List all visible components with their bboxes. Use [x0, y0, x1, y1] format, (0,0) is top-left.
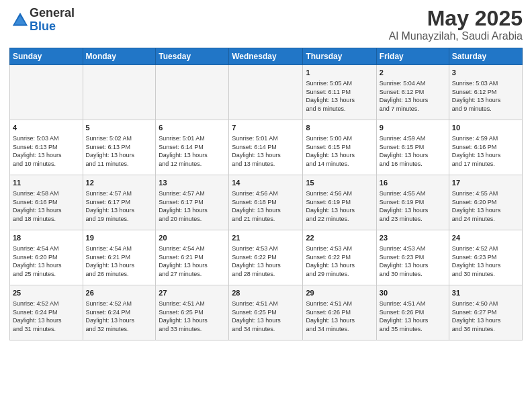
- day-number: 16: [380, 178, 446, 188]
- day-number: 17: [452, 178, 519, 188]
- calendar-cell: 6Sunrise: 5:01 AM Sunset: 6:14 PM Daylig…: [156, 120, 229, 175]
- calendar-cell: 8Sunrise: 5:00 AM Sunset: 6:15 PM Daylig…: [303, 120, 376, 175]
- col-wednesday: Wednesday: [229, 48, 303, 65]
- day-number: 8: [306, 123, 373, 133]
- day-number: 22: [306, 233, 373, 243]
- day-number: 23: [380, 233, 446, 243]
- calendar-cell: 20Sunrise: 4:54 AM Sunset: 6:21 PM Dayli…: [156, 230, 229, 285]
- day-info: Sunrise: 4:51 AM Sunset: 6:25 PM Dayligh…: [159, 300, 226, 333]
- header: General Blue May 2025 Al Munayzilah, Sau…: [9, 7, 523, 42]
- day-number: 2: [380, 68, 446, 78]
- calendar-cell: 23Sunrise: 4:53 AM Sunset: 6:23 PM Dayli…: [376, 230, 449, 285]
- day-number: 30: [380, 288, 446, 298]
- day-number: 25: [13, 288, 80, 298]
- day-number: 10: [452, 123, 519, 133]
- calendar-week-4: 25Sunrise: 4:52 AM Sunset: 6:24 PM Dayli…: [10, 285, 523, 340]
- calendar-cell: 7Sunrise: 5:01 AM Sunset: 6:14 PM Daylig…: [229, 120, 303, 175]
- calendar-cell: 31Sunrise: 4:50 AM Sunset: 6:27 PM Dayli…: [449, 285, 522, 340]
- day-info: Sunrise: 5:03 AM Sunset: 6:13 PM Dayligh…: [13, 134, 80, 168]
- calendar-cell: [10, 65, 83, 120]
- calendar-cell: [229, 65, 303, 120]
- day-info: Sunrise: 5:04 AM Sunset: 6:12 PM Dayligh…: [380, 79, 446, 113]
- day-info: Sunrise: 4:51 AM Sunset: 6:26 PM Dayligh…: [306, 300, 373, 333]
- calendar-cell: 21Sunrise: 4:53 AM Sunset: 6:22 PM Dayli…: [229, 230, 303, 285]
- day-number: 15: [306, 178, 373, 188]
- title-area: May 2025 Al Munayzilah, Saudi Arabia: [389, 7, 523, 42]
- day-number: 9: [380, 123, 446, 133]
- day-info: Sunrise: 4:57 AM Sunset: 6:17 PM Dayligh…: [86, 189, 153, 223]
- day-number: 11: [13, 178, 80, 188]
- day-info: Sunrise: 4:56 AM Sunset: 6:18 PM Dayligh…: [232, 189, 300, 223]
- day-number: 21: [232, 233, 300, 243]
- day-info: Sunrise: 4:54 AM Sunset: 6:21 PM Dayligh…: [159, 244, 226, 278]
- day-number: 13: [159, 178, 226, 188]
- day-number: 24: [452, 233, 519, 243]
- calendar-cell: 28Sunrise: 4:51 AM Sunset: 6:25 PM Dayli…: [229, 285, 303, 340]
- calendar-cell: 10Sunrise: 4:59 AM Sunset: 6:16 PM Dayli…: [449, 120, 522, 175]
- day-number: 12: [86, 178, 153, 188]
- day-info: Sunrise: 4:53 AM Sunset: 6:23 PM Dayligh…: [380, 244, 446, 278]
- calendar-cell: [156, 65, 229, 120]
- day-number: 29: [306, 288, 373, 298]
- day-info: Sunrise: 4:57 AM Sunset: 6:17 PM Dayligh…: [159, 189, 226, 223]
- day-number: 31: [452, 288, 519, 298]
- calendar-week-2: 11Sunrise: 4:58 AM Sunset: 6:16 PM Dayli…: [10, 175, 523, 230]
- page: General Blue May 2025 Al Munayzilah, Sau…: [0, 0, 532, 411]
- day-info: Sunrise: 4:56 AM Sunset: 6:19 PM Dayligh…: [306, 189, 373, 223]
- logo-blue: Blue: [30, 19, 56, 33]
- logo-icon: [11, 11, 30, 30]
- calendar-cell: 12Sunrise: 4:57 AM Sunset: 6:17 PM Dayli…: [83, 175, 156, 230]
- day-info: Sunrise: 4:59 AM Sunset: 6:16 PM Dayligh…: [452, 134, 519, 168]
- day-number: 26: [86, 288, 153, 298]
- calendar-cell: 15Sunrise: 4:56 AM Sunset: 6:19 PM Dayli…: [303, 175, 376, 230]
- calendar-cell: 3Sunrise: 5:03 AM Sunset: 6:12 PM Daylig…: [449, 65, 522, 120]
- col-tuesday: Tuesday: [156, 48, 229, 65]
- calendar-cell: 2Sunrise: 5:04 AM Sunset: 6:12 PM Daylig…: [376, 65, 449, 120]
- day-info: Sunrise: 4:52 AM Sunset: 6:24 PM Dayligh…: [86, 300, 153, 333]
- day-info: Sunrise: 5:03 AM Sunset: 6:12 PM Dayligh…: [452, 79, 519, 113]
- logo-text: General Blue: [30, 7, 75, 34]
- day-info: Sunrise: 4:53 AM Sunset: 6:22 PM Dayligh…: [306, 244, 373, 278]
- day-info: Sunrise: 4:54 AM Sunset: 6:20 PM Dayligh…: [13, 244, 80, 278]
- day-info: Sunrise: 5:00 AM Sunset: 6:15 PM Dayligh…: [306, 134, 373, 168]
- day-info: Sunrise: 4:53 AM Sunset: 6:22 PM Dayligh…: [232, 244, 300, 278]
- calendar-week-1: 4Sunrise: 5:03 AM Sunset: 6:13 PM Daylig…: [10, 120, 523, 175]
- col-sunday: Sunday: [10, 48, 83, 65]
- calendar-cell: 17Sunrise: 4:55 AM Sunset: 6:20 PM Dayli…: [449, 175, 522, 230]
- day-number: 6: [159, 123, 226, 133]
- calendar-cell: 24Sunrise: 4:52 AM Sunset: 6:23 PM Dayli…: [449, 230, 522, 285]
- day-info: Sunrise: 4:55 AM Sunset: 6:19 PM Dayligh…: [380, 189, 446, 223]
- day-info: Sunrise: 4:58 AM Sunset: 6:16 PM Dayligh…: [13, 189, 80, 223]
- calendar-header-row: Sunday Monday Tuesday Wednesday Thursday…: [10, 48, 523, 65]
- main-title: May 2025: [389, 7, 523, 30]
- calendar-table: Sunday Monday Tuesday Wednesday Thursday…: [9, 48, 523, 340]
- day-info: Sunrise: 4:50 AM Sunset: 6:27 PM Dayligh…: [452, 300, 519, 333]
- calendar-cell: 16Sunrise: 4:55 AM Sunset: 6:19 PM Dayli…: [376, 175, 449, 230]
- day-info: Sunrise: 4:55 AM Sunset: 6:20 PM Dayligh…: [452, 189, 519, 223]
- day-info: Sunrise: 4:51 AM Sunset: 6:26 PM Dayligh…: [380, 300, 446, 333]
- calendar-cell: 19Sunrise: 4:54 AM Sunset: 6:21 PM Dayli…: [83, 230, 156, 285]
- col-saturday: Saturday: [449, 48, 522, 65]
- day-info: Sunrise: 5:05 AM Sunset: 6:11 PM Dayligh…: [306, 79, 373, 113]
- calendar-cell: 4Sunrise: 5:03 AM Sunset: 6:13 PM Daylig…: [10, 120, 83, 175]
- col-thursday: Thursday: [303, 48, 376, 65]
- day-number: 18: [13, 233, 80, 243]
- day-info: Sunrise: 4:51 AM Sunset: 6:25 PM Dayligh…: [232, 300, 300, 333]
- day-info: Sunrise: 4:52 AM Sunset: 6:24 PM Dayligh…: [13, 300, 80, 333]
- col-friday: Friday: [376, 48, 449, 65]
- day-number: 19: [86, 233, 153, 243]
- calendar-cell: 30Sunrise: 4:51 AM Sunset: 6:26 PM Dayli…: [376, 285, 449, 340]
- logo-general: General: [30, 6, 75, 19]
- day-number: 7: [232, 123, 300, 133]
- calendar-cell: 13Sunrise: 4:57 AM Sunset: 6:17 PM Dayli…: [156, 175, 229, 230]
- calendar-cell: 9Sunrise: 4:59 AM Sunset: 6:15 PM Daylig…: [376, 120, 449, 175]
- day-info: Sunrise: 4:59 AM Sunset: 6:15 PM Dayligh…: [380, 134, 446, 168]
- day-info: Sunrise: 4:52 AM Sunset: 6:23 PM Dayligh…: [452, 244, 519, 278]
- logo: General Blue: [9, 7, 75, 34]
- calendar-cell: 27Sunrise: 4:51 AM Sunset: 6:25 PM Dayli…: [156, 285, 229, 340]
- day-number: 27: [159, 288, 226, 298]
- day-info: Sunrise: 5:02 AM Sunset: 6:13 PM Dayligh…: [86, 134, 153, 168]
- day-number: 14: [232, 178, 300, 188]
- day-number: 5: [86, 123, 153, 133]
- calendar-cell: 14Sunrise: 4:56 AM Sunset: 6:18 PM Dayli…: [229, 175, 303, 230]
